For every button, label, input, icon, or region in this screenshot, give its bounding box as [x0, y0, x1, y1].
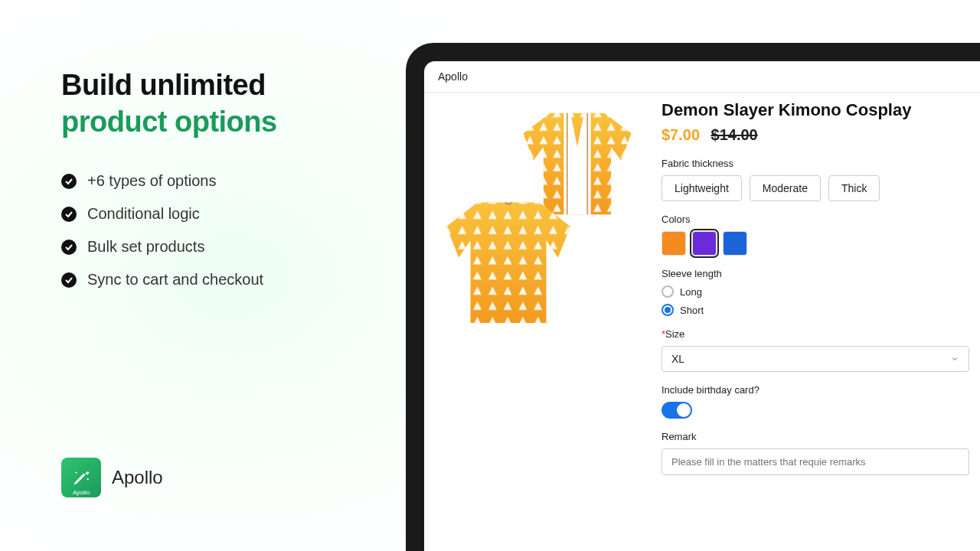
check-icon [61, 174, 77, 189]
feature-text: Sync to cart and checkout [87, 271, 263, 289]
check-icon [61, 240, 77, 255]
size-value: XL [671, 353, 684, 365]
screen: Apollo [424, 61, 980, 551]
feature-text: Bulk set products [87, 238, 204, 256]
feature-list: +6 types of options Conditional logic Bu… [61, 172, 368, 289]
check-icon [61, 272, 77, 288]
feature-item: Bulk set products [61, 238, 368, 256]
size-select[interactable]: XL [662, 346, 969, 372]
price-row: $7.00 $14.00 [662, 126, 969, 144]
fabric-option-thick[interactable]: Thick [828, 175, 880, 201]
size-label: *Size [662, 328, 969, 340]
feature-item: +6 types of options [61, 172, 368, 190]
svg-point-1 [87, 478, 89, 480]
device-frame: Apollo [406, 43, 980, 551]
brand: Apollo Apollo [61, 458, 163, 497]
check-icon [61, 207, 77, 222]
brand-icon-label: Apollo [73, 489, 90, 496]
brand-icon: Apollo [61, 458, 101, 497]
headline-line-2: product options [61, 106, 277, 138]
size-label-text: Size [665, 328, 684, 340]
color-swatch-purple[interactable] [692, 231, 717, 256]
headline: Build unlimited product options [61, 67, 368, 140]
colors-label: Colors [662, 214, 969, 225]
topbar: Apollo [424, 61, 980, 93]
birthday-label: Include birthday card? [662, 384, 969, 396]
remark-input[interactable] [662, 448, 969, 475]
feature-text: Conditional logic [87, 205, 200, 223]
color-swatch-blue[interactable] [723, 231, 747, 256]
sleeve-label: Sleeve length [662, 268, 969, 279]
birthday-toggle[interactable] [662, 402, 692, 419]
feature-text: +6 types of options [87, 172, 216, 190]
product-image [424, 100, 662, 345]
radio-icon [662, 304, 674, 316]
radio-label: Short [680, 305, 704, 316]
feature-item: Conditional logic [61, 205, 368, 223]
product-title: Demon Slayer Kimono Cosplay [662, 100, 969, 120]
color-swatch-orange[interactable] [662, 231, 686, 256]
brand-name: Apollo [112, 467, 163, 488]
radio-label: Long [680, 286, 702, 298]
sleeve-option-short[interactable]: Short [662, 304, 969, 316]
feature-item: Sync to cart and checkout [61, 271, 368, 289]
old-price: $14.00 [711, 126, 758, 143]
remark-label: Remark [662, 431, 969, 442]
svg-point-0 [75, 471, 77, 473]
radio-icon [662, 285, 674, 298]
headline-line-1: Build unlimited [61, 69, 266, 101]
fabric-option-lightweight[interactable]: Lightweight [662, 175, 742, 201]
chevron-down-icon [950, 354, 959, 364]
price: $7.00 [662, 126, 700, 143]
fabric-option-moderate[interactable]: Moderate [750, 175, 821, 201]
kimono-image-front [439, 192, 577, 330]
topbar-title: Apollo [438, 70, 468, 83]
sleeve-option-long[interactable]: Long [662, 285, 969, 298]
fabric-label: Fabric thickness [662, 158, 969, 169]
